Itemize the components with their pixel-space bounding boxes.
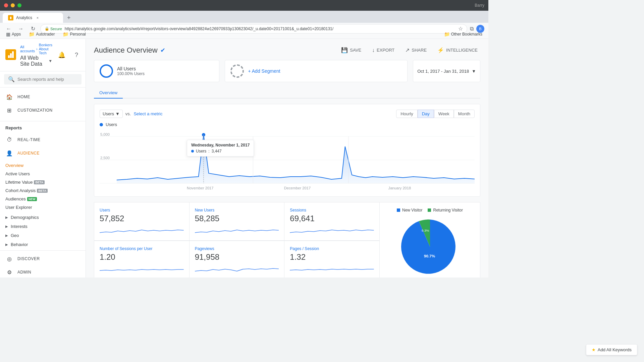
metric-value-pages-per-session: 1.32 [290,252,374,262]
sidebar-item-audiences[interactable]: Audiences NEW [5,195,86,203]
time-btn-month[interactable]: Month [454,110,475,118]
metric-name-sessions[interactable]: Sessions [290,208,374,213]
pie-chart-section: New Visitor Returning Visitor [380,202,480,278]
bookmarks-autotrader[interactable]: 📁 Autotrader [27,31,57,38]
sidebar-item-cohort-analysis[interactable]: Cohort Analysis BETA [5,186,86,195]
pie-legend: New Visitor Returning Visitor [397,208,463,213]
minimize-window-button[interactable] [11,3,15,7]
time-btn-week[interactable]: Week [434,110,454,118]
sidebar-item-behavior[interactable]: ▶ Behavior [0,240,86,249]
search-input[interactable] [17,77,77,82]
sidebar-item-realtime[interactable]: ⏱ REAL-TIME [0,133,86,146]
realtime-icon: ⏱ [5,136,13,144]
bookmarks-personal[interactable]: 📁 Personal [61,31,88,38]
intelligence-button[interactable]: ⚡ INTELLIGENCE [435,46,480,55]
account-path: All accounts › Bonkers About Tech [20,43,52,55]
maximize-window-button[interactable] [17,3,21,7]
audience-sub-nav: Overview Active Users Lifetime Value BET… [0,160,86,213]
svg-text:5,000: 5,000 [100,132,110,136]
bookmarks-apps[interactable]: ▦ Apps [4,31,23,38]
reports-header: Reports [0,123,86,133]
close-window-button[interactable] [4,3,8,7]
metric-card-pages-per-session: Pages / Session 1.32 [284,241,380,278]
share-icon: ↗ [405,47,410,53]
sidebar-item-audience[interactable]: 👤 AUDIENCE [0,146,86,160]
legend-dot-users [100,123,103,126]
help-button[interactable]: ? [71,50,82,60]
metric-name-pageviews[interactable]: Pageviews [195,246,279,251]
url-text: https://analytics.google.com/analytics/w… [65,26,455,31]
sidebar: All accounts › Bonkers About Tech All We… [0,39,86,278]
metric-name-pages-per-session[interactable]: Pages / Session [290,246,374,251]
sparkline-sessions-per-user [100,264,184,273]
svg-text:2,500: 2,500 [100,156,110,160]
share-button[interactable]: ↗ SHARE [402,46,429,55]
svg-text:November 2017: November 2017 [187,186,213,190]
home-icon: 🏠 [5,93,13,101]
account-info: All accounts › Bonkers About Tech All We… [20,43,52,67]
chart-wrap: Wednesday, November 1, 2017 Users: 3,447… [100,130,475,191]
sidebar-item-geo[interactable]: ▶ Geo [0,231,86,240]
metric-selector: Users ▼ vs. Select a metric [100,110,162,118]
metric-name-users[interactable]: Users [100,208,184,213]
sidebar-item-home[interactable]: 🏠 HOME [0,90,86,104]
pie-legend-returning-visitor: Returning Visitor [428,208,463,213]
time-btn-day[interactable]: Day [418,110,434,118]
sidebar-item-customization[interactable]: ⊞ CUSTOMIZATION [0,104,86,117]
sidebar-item-active-users[interactable]: Active Users [5,170,86,178]
ga-logo [5,49,16,61]
personal-folder-icon: 📁 [63,32,68,37]
pie-chart: 90.7% 9.3% [400,217,460,277]
window-user: Barry [475,3,484,8]
metric-value-pageviews: 91,958 [195,252,279,262]
lifetime-value-beta-badge: BETA [34,180,45,184]
chart-controls: Users ▼ vs. Select a metric Hourly Day W… [100,110,475,118]
metric-name-new-users[interactable]: New Users [195,208,279,213]
save-button[interactable]: 💾 SAVE [338,46,364,55]
tab-favicon [8,15,13,20]
discover-icon: ◎ [5,255,13,263]
search-wrap[interactable]: 🔍 [4,74,82,84]
new-tab-button[interactable]: + [63,13,75,23]
sidebar-item-admin[interactable]: ⚙ ADMIN [0,265,86,278]
chart-legend: Users [100,122,475,127]
account-name-link[interactable]: Bonkers About Tech [39,43,52,55]
tab-close-button[interactable]: × [35,15,40,20]
sidebar-item-discover[interactable]: ◎ DISCOVER [0,252,86,265]
metric-card-pageviews: Pageviews 91,958 [190,241,285,278]
sidebar-item-lifetime-value[interactable]: Lifetime Value BETA [5,178,86,186]
notifications-button[interactable]: 🔔 [56,50,67,60]
content-header: Audience Overview ✔ 💾 SAVE ↓ EXPORT ↗ SH… [94,46,480,55]
segment-card-all-users[interactable]: All Users 100.00% Users [94,60,219,82]
apps-folder-icon: ▦ [6,32,10,37]
demographics-arrow-icon: ▶ [5,216,8,219]
metric-name-sessions-per-user[interactable]: Number of Sessions per User [100,246,184,251]
sidebar-item-demographics[interactable]: ▶ Demographics [0,213,86,222]
sidebar-item-user-explorer[interactable]: User Explorer [5,203,86,212]
svg-text:90.7%: 90.7% [424,254,435,258]
metric-value-new-users: 58,285 [195,214,279,223]
metric-value-sessions: 69,641 [290,214,374,223]
bookmarks-other[interactable]: 📁 Other Bookmarks [442,31,484,38]
export-button[interactable]: ↓ EXPORT [369,46,397,55]
segment-card-add[interactable]: + Add Segment [225,60,408,82]
verified-icon: ✔ [160,47,165,54]
address-bar[interactable]: 🔒 Secure https://analytics.google.com/an… [40,24,467,34]
metrics-row-1: Users 57,852 New Users 58,285 [94,202,380,241]
metric-card-sessions: Sessions 69,641 [284,202,380,241]
metric-dropdown[interactable]: Users ▼ [100,110,123,118]
sidebar-item-interests[interactable]: ▶ Interests [0,222,86,231]
select-metric-link[interactable]: Select a metric [133,111,162,116]
sparkline-pages-per-session [290,264,374,273]
date-range-selector[interactable]: Oct 1, 2017 - Jan 31, 2018 ▼ [413,60,480,82]
all-accounts-link[interactable]: All accounts [20,45,35,53]
tab-overview[interactable]: Overview [94,87,123,99]
active-tab[interactable]: Analytics × [3,13,63,23]
geo-arrow-icon: ▶ [5,234,8,237]
sidebar-item-overview[interactable]: Overview [5,161,86,170]
property-selector[interactable]: All Web Site Data ▼ [20,55,52,67]
segment-info: All Users 100.00% Users [117,66,145,76]
intelligence-icon: ⚡ [437,47,444,53]
sidebar-search: 🔍 [0,71,86,87]
time-btn-hourly[interactable]: Hourly [396,110,418,118]
